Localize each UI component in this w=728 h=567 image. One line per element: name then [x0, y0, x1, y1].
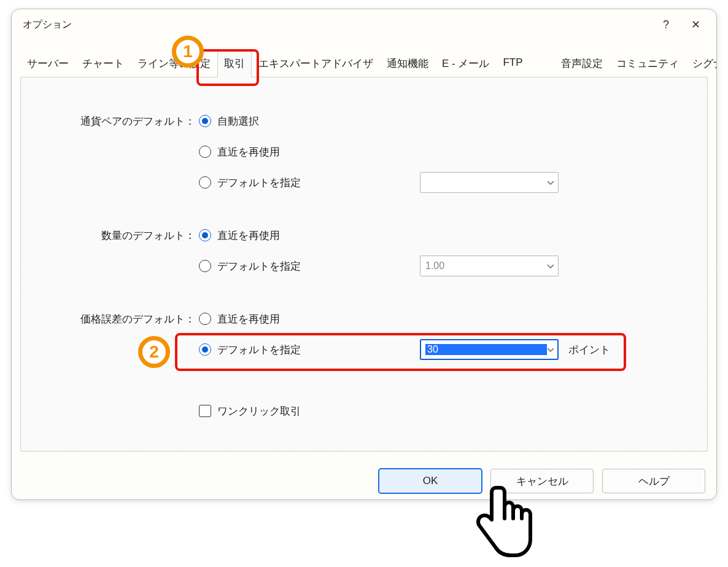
- radio-label: 自動選択: [217, 114, 259, 128]
- radio-icon: [199, 229, 211, 241]
- annotation-badge-2: 2: [138, 336, 170, 368]
- radio-volume-default[interactable]: デフォルトを指定: [199, 259, 420, 273]
- tab-content: 通貨ペアのデフォルト： 自動選択 直近を再使用: [21, 77, 707, 439]
- radio-icon: [199, 260, 211, 272]
- checkbox-one-click-trading[interactable]: ワンクリック取引: [199, 404, 420, 418]
- titlebar: オプション ? ✕: [12, 9, 716, 40]
- radio-label: デフォルトを指定: [217, 259, 301, 273]
- combo-volume-default[interactable]: 1.00: [420, 256, 559, 276]
- label-volume-default: 数量のデフォルト：: [45, 229, 199, 243]
- radio-icon: [199, 343, 211, 356]
- radio-currency-last[interactable]: 直近を再使用: [199, 145, 420, 159]
- radio-label: 直近を再使用: [217, 312, 280, 326]
- combo-deviation-default[interactable]: 30: [420, 339, 559, 360]
- help-button-footer[interactable]: ヘルプ: [602, 469, 705, 493]
- unit-points: ポイント: [561, 343, 635, 357]
- radio-label: 直近を再使用: [217, 145, 280, 159]
- ok-button[interactable]: OK: [379, 469, 482, 493]
- tab-notification[interactable]: 通知機能: [380, 51, 435, 77]
- tab-chart[interactable]: チャート: [76, 51, 131, 77]
- close-icon: ✕: [691, 18, 700, 31]
- tab-ftp[interactable]: FTP: [496, 51, 529, 77]
- help-button[interactable]: ?: [651, 11, 681, 38]
- radio-icon: [199, 176, 211, 189]
- radio-icon: [199, 146, 211, 158]
- label-deviation-default: 価格誤差のデフォルト：: [45, 312, 199, 326]
- radio-icon: [199, 115, 211, 127]
- chevron-down-icon: [547, 345, 554, 354]
- tab-sound[interactable]: 音声設定: [554, 51, 610, 77]
- radio-volume-last[interactable]: 直近を再使用: [199, 229, 420, 243]
- dialog-footer: OK キャンセル ヘルプ: [379, 469, 705, 493]
- radio-icon: [199, 313, 211, 325]
- tab-content-frame: 通貨ペアのデフォルト： 自動選択 直近を再使用: [20, 77, 708, 452]
- help-icon: ?: [663, 18, 669, 31]
- radio-label: デフォルトを指定: [217, 176, 301, 190]
- cursor-hand-icon: [468, 484, 535, 564]
- radio-currency-default[interactable]: デフォルトを指定: [199, 176, 420, 190]
- tab-server[interactable]: サーバー: [20, 51, 76, 77]
- radio-label: デフォルトを指定: [217, 343, 301, 357]
- tab-email[interactable]: E - メール: [435, 51, 496, 77]
- tab-expert-advisor[interactable]: エキスパートアドバイザ: [252, 51, 380, 77]
- combo-value: 1.00: [425, 260, 547, 272]
- radio-currency-auto[interactable]: 自動選択: [199, 114, 420, 128]
- tab-community[interactable]: コミュニティ: [610, 51, 686, 77]
- label-currency-pair-default: 通貨ペアのデフォルト：: [45, 114, 199, 128]
- window-title: オプション: [23, 18, 651, 31]
- screenshot-root: オプション ? ✕ サーバー チャート ライン等の設定 取引 エキスパートアドバ…: [0, 0, 728, 567]
- tab-signal[interactable]: シグナル: [686, 51, 717, 77]
- chevron-down-icon: [547, 178, 554, 187]
- combo-value: 30: [425, 344, 547, 355]
- checkbox-icon: [199, 405, 211, 417]
- close-button[interactable]: ✕: [681, 11, 710, 38]
- radio-deviation-last[interactable]: 直近を再使用: [199, 312, 420, 326]
- radio-label: 直近を再使用: [217, 229, 280, 243]
- options-dialog: オプション ? ✕ サーバー チャート ライン等の設定 取引 エキスパートアドバ…: [11, 9, 717, 500]
- annotation-badge-1: 1: [172, 36, 204, 68]
- radio-deviation-default[interactable]: デフォルトを指定: [199, 343, 420, 357]
- tab-spacer: [530, 51, 554, 77]
- chevron-down-icon: [547, 261, 554, 271]
- tab-trade[interactable]: 取引: [217, 51, 252, 77]
- checkbox-label: ワンクリック取引: [217, 404, 301, 418]
- tab-strip: サーバー チャート ライン等の設定 取引 エキスパートアドバイザ 通知機能 E …: [12, 51, 716, 77]
- combo-currency-default[interactable]: [420, 172, 559, 193]
